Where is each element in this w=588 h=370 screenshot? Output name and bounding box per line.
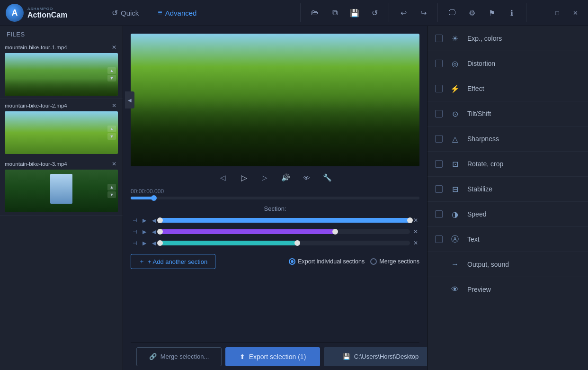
timeline-bar[interactable]	[131, 197, 419, 199]
effect-item-effect[interactable]: ⚡ Effect	[428, 76, 588, 101]
export-selection-button[interactable]: ⬆ Export selection (1)	[225, 347, 320, 366]
effect-checkbox[interactable]	[435, 110, 443, 117]
tab-quick-label: Quick	[121, 9, 139, 17]
range-bar-2[interactable]	[160, 229, 410, 234]
settings-button[interactable]: ⚙	[463, 3, 481, 22]
range-handle-left[interactable]	[157, 217, 163, 223]
effect-checkbox[interactable]	[435, 60, 443, 67]
effect-checkbox[interactable]	[435, 35, 443, 42]
effect-label: Tilt/Shift	[467, 110, 491, 117]
add-section-button[interactable]: ＋ + Add another section	[131, 254, 215, 269]
effect-item-distortion[interactable]: ◎ Distortion	[428, 51, 588, 76]
bottom-bar: 🔗 Merge selection... ⬆ Export selection …	[131, 343, 419, 370]
tab-advanced[interactable]: ≡ Advanced	[150, 5, 204, 21]
collapse-panel-button[interactable]: ◀	[125, 91, 134, 108]
effect-item-text[interactable]: Ⓐ Text	[428, 227, 588, 252]
redo-button[interactable]: ↪	[414, 3, 433, 22]
effect-label: Preview	[467, 286, 491, 293]
range-handle-right[interactable]	[407, 217, 413, 223]
effect-item-speed[interactable]: ◑ Speed	[428, 202, 588, 227]
section-forward-button[interactable]: ▶	[140, 216, 149, 225]
file-thumbnail: ▲ ▼	[5, 53, 118, 96]
range-handle-right[interactable]	[294, 240, 300, 246]
effect-checkbox[interactable]	[435, 185, 443, 193]
effect-checkbox[interactable]	[435, 210, 443, 218]
range-handle-right[interactable]	[332, 229, 338, 235]
section-forward-button[interactable]: ▶	[140, 227, 149, 236]
minimize-button[interactable]: −	[530, 3, 548, 22]
file-item[interactable]: mountain-bike-tour-3.mp4 ✕ ▲ ▼	[0, 157, 123, 216]
video-container: ◀	[131, 34, 419, 166]
section-in-button[interactable]: ⊣	[131, 216, 139, 225]
move-up-button[interactable]: ▲	[107, 126, 116, 132]
tilt-shift-icon: ⊙	[448, 107, 462, 120]
close-section-button[interactable]: ✕	[412, 217, 419, 224]
view-button[interactable]: 👁	[300, 171, 313, 184]
export-individual-option[interactable]: Export individual sections	[289, 258, 365, 265]
range-bar-3[interactable]	[160, 241, 410, 245]
range-handle-left[interactable]	[157, 229, 163, 235]
effect-item-sharpness[interactable]: △ Sharpness	[428, 126, 588, 152]
section-in-button[interactable]: ⊣	[131, 239, 139, 247]
file-thumbnail: ▲ ▼	[5, 111, 118, 154]
merge-selection-button[interactable]: 🔗 Merge selection...	[136, 347, 222, 366]
time-display: 00:00:00.000	[131, 188, 419, 195]
section-in-button[interactable]: ⊣	[131, 227, 139, 236]
file-remove-button[interactable]: ✕	[110, 102, 118, 109]
effect-item-stabilize[interactable]: ⊟ Stabilize	[428, 177, 588, 202]
effect-label: Distortion	[467, 60, 495, 67]
file-item[interactable]: mountain-bike-tour-2.mp4 ✕ ▲ ▼	[0, 99, 123, 157]
skip-forward-button[interactable]: ▷	[258, 171, 271, 184]
undo-button[interactable]: ↩	[394, 3, 413, 22]
rotate-crop-icon: ⊡	[448, 157, 462, 171]
move-down-button[interactable]: ▼	[107, 75, 116, 81]
effect-item-preview[interactable]: 👁 Preview	[428, 277, 588, 302]
effect-icon: ⚡	[448, 82, 462, 95]
effect-checkbox[interactable]	[435, 135, 443, 143]
copy-button[interactable]: ⧉	[325, 3, 344, 22]
info-button[interactable]: ℹ	[502, 3, 521, 22]
section-forward-button[interactable]: ▶	[140, 239, 149, 247]
section-area: Section: ⊣ ▶ ◀ ✕ ⊣ ▶	[131, 205, 419, 343]
open-folder-button[interactable]: 🗁	[305, 3, 324, 22]
save-button[interactable]: 💾	[345, 3, 364, 22]
move-down-button[interactable]: ▼	[107, 133, 116, 140]
monitor-icon-button[interactable]: 🖵	[443, 3, 462, 22]
move-down-button[interactable]: ▼	[107, 191, 116, 198]
file-remove-button[interactable]: ✕	[110, 160, 118, 168]
toolbar-icons: 🗁 ⧉ 💾 ↺	[300, 3, 389, 22]
maximize-button[interactable]: □	[548, 3, 566, 22]
merge-sections-option[interactable]: Merge sections	[370, 258, 419, 265]
effect-item-output-sound[interactable]: → Output, sound	[428, 252, 588, 277]
refresh-button[interactable]: ↺	[365, 3, 384, 22]
effect-checkbox[interactable]	[435, 235, 443, 243]
close-section-button[interactable]: ✕	[412, 239, 419, 247]
main-layout: Files mountain-bike-tour-1.mp4 ✕ ▲ ▼ mou…	[0, 26, 588, 370]
flag-button[interactable]: ⚑	[482, 3, 501, 22]
settings-button[interactable]: 🔧	[321, 171, 334, 184]
file-item[interactable]: mountain-bike-tour-1.mp4 ✕ ▲ ▼	[0, 41, 123, 99]
effect-label: Text	[467, 235, 480, 243]
timeline-thumb[interactable]	[151, 195, 157, 201]
volume-button[interactable]: 🔊	[279, 171, 292, 184]
close-section-button[interactable]: ✕	[412, 228, 419, 235]
effect-item-rotate-crop[interactable]: ⊡ Rotate, crop	[428, 152, 588, 177]
effect-item-exp-colors[interactable]: ☀ Exp., colors	[428, 26, 588, 51]
play-button[interactable]: ▷	[237, 171, 250, 184]
effect-checkbox[interactable]	[435, 160, 443, 168]
range-bar-1[interactable]	[160, 218, 410, 223]
file-remove-button[interactable]: ✕	[110, 44, 118, 51]
output-path-button[interactable]: 💾 C:\Users\Horst\Desktop	[324, 347, 437, 366]
timeline-progress	[131, 197, 154, 199]
tab-quick[interactable]: ↺ Quick	[104, 5, 146, 21]
bottom-section-bar: ＋ + Add another section Export individua…	[131, 250, 419, 275]
close-button[interactable]: ✕	[566, 3, 584, 22]
quick-icon: ↺	[112, 9, 118, 18]
move-up-button[interactable]: ▲	[107, 184, 116, 190]
move-up-button[interactable]: ▲	[107, 67, 116, 74]
effect-checkbox[interactable]	[435, 85, 443, 92]
effect-item-tilt-shift[interactable]: ⊙ Tilt/Shift	[428, 101, 588, 126]
skip-back-button[interactable]: ◁	[216, 171, 230, 184]
range-handle-left[interactable]	[157, 240, 163, 246]
path-icon: 💾	[343, 353, 350, 360]
